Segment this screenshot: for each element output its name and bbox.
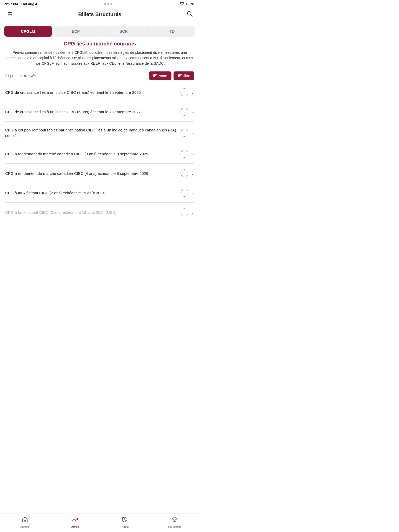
chevron-icon-5: ⌄ <box>191 171 194 176</box>
section-title: CPG liés au marché courants <box>5 41 194 47</box>
product-item-5[interactable]: CPG a rendement du marché canadien CIBC … <box>5 164 194 183</box>
chevron-icon-3: ⌄ <box>191 130 194 135</box>
radio-1[interactable] <box>181 88 188 96</box>
sort-label: sorte <box>159 74 167 78</box>
section-description: Prenez connaissance de nos derniers CPGL… <box>5 50 194 66</box>
page-title: Billets Structurés <box>15 11 185 17</box>
product-actions-5: ⌄ <box>181 169 194 177</box>
product-text-6: CPG à taux flottant CIBC (2 ans) échéant… <box>5 190 181 196</box>
product-item-6[interactable]: CPG à taux flottant CIBC (2 ans) échéant… <box>5 183 194 203</box>
search-button[interactable] <box>185 10 194 19</box>
products-count: 21 produits trouvés. <box>5 74 37 78</box>
product-text-2: CPG de croissance liés à un indice CIBC … <box>5 109 181 115</box>
product-item-3[interactable]: CPG à coupon remboursables par anticipat… <box>5 122 194 144</box>
status-indicators: 100% <box>179 2 194 6</box>
app-header: ☰ Billets Structurés <box>0 7 200 23</box>
product-text-7: CPG à taux flottant CIBC (3 ans) échéant… <box>5 210 181 215</box>
wifi-icon <box>179 2 184 6</box>
product-actions-2: ⌄ <box>181 108 194 116</box>
filter-button[interactable]: filtre <box>174 71 194 80</box>
radio-7[interactable] <box>181 208 188 216</box>
product-item-7[interactable]: CPG à taux flottant CIBC (3 ans) échéant… <box>5 203 194 222</box>
tab-bar: CPGLM BCP BCR ITD <box>4 26 195 37</box>
status-dots <box>104 3 112 5</box>
chevron-icon-7: ⌄ <box>191 210 194 215</box>
product-actions-6: ⌄ <box>181 189 194 197</box>
product-item-2[interactable]: CPG de croissance liés à un indice CIBC … <box>5 102 194 122</box>
product-actions-7: ⌄ <box>181 208 194 216</box>
filter-label: filtre <box>183 74 190 78</box>
filter-icon <box>178 74 182 78</box>
radio-2[interactable] <box>181 108 188 116</box>
menu-button[interactable]: ☰ <box>5 10 15 19</box>
tab-bcp[interactable]: BCP <box>52 26 100 37</box>
main-content: CPG liés au marché courants Prenez conna… <box>0 41 200 243</box>
chevron-icon-6: ⌄ <box>191 190 194 195</box>
dot-3 <box>110 3 112 5</box>
status-time: 9:17 PM Thu Aug 4 <box>5 2 37 6</box>
status-bar: 9:17 PM Thu Aug 4 100% <box>0 0 200 7</box>
product-actions-3: ⌄ <box>181 129 194 137</box>
chevron-icon-1: ⌄ <box>191 90 194 95</box>
chevron-icon-2: ⌄ <box>191 109 194 114</box>
product-actions-1: ⌄ <box>181 88 194 96</box>
chevron-icon-4: ⌄ <box>191 151 194 156</box>
product-item-4[interactable]: CPG a rendement du marché canadien CIBC … <box>5 144 194 164</box>
battery-text: 100% <box>186 2 194 6</box>
product-text-1: CPG de croissance liés à un indice CIBC … <box>5 90 181 95</box>
dot-2 <box>107 3 109 5</box>
tab-cpglm[interactable]: CPGLM <box>4 26 52 37</box>
filter-bar: 21 produits trouvés. sorte <box>5 71 194 80</box>
product-text-5: CPG a rendement du marché canadien CIBC … <box>5 171 181 176</box>
hamburger-icon: ☰ <box>8 11 12 17</box>
product-text-3: CPG à coupon remboursables par anticipat… <box>5 127 181 138</box>
search-icon <box>187 11 192 18</box>
product-text-4: CPG a rendement du marché canadien CIBC … <box>5 151 181 157</box>
sort-icon <box>153 74 157 78</box>
tab-itd[interactable]: ITD <box>148 26 195 37</box>
product-actions-4: ⌄ <box>181 150 194 158</box>
radio-4[interactable] <box>181 150 188 158</box>
dot-1 <box>104 3 106 5</box>
filter-buttons: sorte filtre <box>149 71 194 80</box>
sort-button[interactable]: sorte <box>149 71 171 80</box>
product-list: CPG de croissance liés à un indice CIBC … <box>5 83 194 222</box>
product-item-1[interactable]: CPG de croissance liés à un indice CIBC … <box>5 83 194 102</box>
radio-6[interactable] <box>181 189 188 197</box>
tab-bcr[interactable]: BCR <box>100 26 148 37</box>
radio-5[interactable] <box>181 169 188 177</box>
svg-line-1 <box>191 15 192 16</box>
radio-3[interactable] <box>181 129 188 137</box>
